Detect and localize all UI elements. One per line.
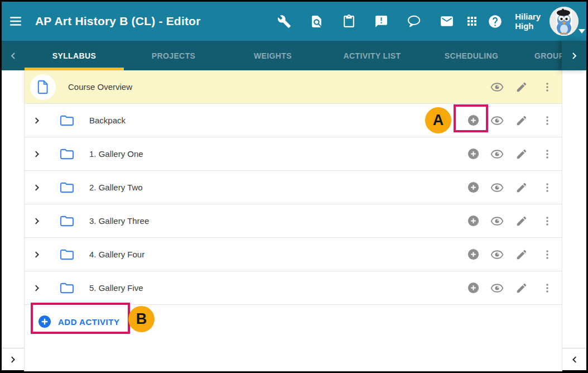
item-title[interactable]: 1. Gallery One [89,149,143,159]
right-gutter [562,70,586,371]
row-gallery-two: 2. Gallery Two [25,171,562,204]
folder-icon [59,112,75,129]
plus-icon [38,315,51,328]
edit-button[interactable] [515,281,528,295]
user-menu[interactable] [550,7,579,36]
item-title[interactable]: Backpack [89,116,126,125]
callout-badge-b: B [128,306,155,332]
more-options-button[interactable] [541,114,554,127]
add-button[interactable] [466,181,480,194]
callout-badge-a: A [425,107,451,133]
edit-button[interactable] [515,181,528,194]
more-options-button[interactable] [541,147,554,161]
add-button[interactable] [466,114,480,127]
app-bar: AP Art History B (CL) - Editor [2,2,586,41]
item-title[interactable]: 5. Gallery Five [89,283,143,293]
buzz-editor-window: AP Art History B (CL) - Editor [0,0,588,373]
mail-icon[interactable] [440,14,454,28]
more-options-button[interactable] [541,248,554,261]
add-activity-button[interactable]: ADD ACTIVITY [38,315,119,328]
visibility-button[interactable] [490,214,504,228]
row-gallery-three: 3. Gallery Three [25,204,562,238]
edit-button[interactable] [515,248,528,261]
add-button[interactable] [466,214,480,228]
clipboard-icon[interactable] [342,15,356,28]
help-icon[interactable] [488,14,503,29]
folder-icon [59,213,75,229]
edit-button[interactable] [515,214,528,228]
expand-chevron-icon[interactable] [25,149,49,160]
toolbar-icons [277,2,454,41]
edit-button[interactable] [515,147,528,161]
expand-chevron-icon[interactable] [25,283,49,294]
more-options-button[interactable] [541,181,554,194]
add-activity-row: ADD ACTIVITY B [25,305,562,338]
wrench-icon[interactable] [277,15,291,28]
page-title: AP Art History B (CL) - Editor [35,15,201,28]
tab-scheduling[interactable]: SCHEDULING [422,41,521,70]
editor-tab-bar: SYLLABUS PROJECTS WEIGHTS ACTIVITY LIST … [2,41,586,70]
add-activity-label: ADD ACTIVITY [58,317,119,327]
row-course-overview: Course Overview [25,70,562,104]
item-title[interactable]: 4. Gallery Four [89,250,144,259]
expand-chevron-icon[interactable] [25,182,49,193]
bottom-right-expand-button[interactable] [562,348,586,371]
visibility-button[interactable] [490,281,504,295]
visibility-button[interactable] [490,147,504,161]
tab-weights[interactable]: WEIGHTS [223,41,322,70]
add-button[interactable] [466,147,480,161]
more-options-button[interactable] [541,214,554,228]
folder-icon [59,280,75,297]
syllabus-list: Course Overview Backpack [25,70,562,371]
expand-chevron-icon[interactable] [25,115,49,126]
left-gutter [2,70,25,371]
announcement-icon[interactable] [374,15,388,28]
tab-strip: SYLLABUS PROJECTS WEIGHTS ACTIVITY LIST … [25,41,562,70]
row-gallery-one: 1. Gallery One [25,137,562,171]
account-area: Hiliary High [465,2,579,41]
item-title[interactable]: 2. Gallery Two [89,183,143,192]
document-icon [30,74,56,100]
edit-button[interactable] [515,114,528,127]
row-backpack: Backpack A [25,104,562,137]
bottom-left-expand-button[interactable] [2,348,24,371]
folder-icon [59,146,75,162]
find-in-page-icon[interactable] [310,15,324,28]
avatar[interactable] [550,7,579,36]
visibility-button[interactable] [490,181,504,194]
visibility-button[interactable] [490,80,504,94]
tab-groups[interactable]: GROUPS [521,41,562,70]
tabs-scroll-right-button[interactable] [562,41,586,70]
item-title[interactable]: Course Overview [68,82,132,92]
visibility-button[interactable] [490,114,504,127]
expand-chevron-icon[interactable] [25,249,49,260]
add-button[interactable] [466,281,480,295]
tabs-scroll-left-button[interactable] [2,41,25,70]
visibility-button[interactable] [490,248,504,261]
row-gallery-four: 4. Gallery Four [25,238,562,271]
tab-syllabus[interactable]: SYLLABUS [25,41,124,70]
more-options-button[interactable] [541,281,554,295]
add-button[interactable] [466,248,480,261]
row-gallery-five: 5. Gallery Five [25,271,562,305]
item-title[interactable]: 3. Gallery Three [89,216,149,226]
menu-icon[interactable] [8,14,23,28]
edit-button[interactable] [515,80,528,94]
expand-chevron-icon[interactable] [25,216,49,227]
chat-icon[interactable] [407,14,421,28]
tab-projects[interactable]: PROJECTS [124,41,223,70]
folder-icon [59,179,75,196]
more-options-button[interactable] [541,80,554,94]
folder-icon [59,246,75,263]
apps-grid-icon[interactable] [465,15,479,28]
tab-activity-list[interactable]: ACTIVITY LIST [322,41,422,70]
chevron-down-icon [579,29,585,34]
user-name[interactable]: Hiliary High [515,12,541,31]
